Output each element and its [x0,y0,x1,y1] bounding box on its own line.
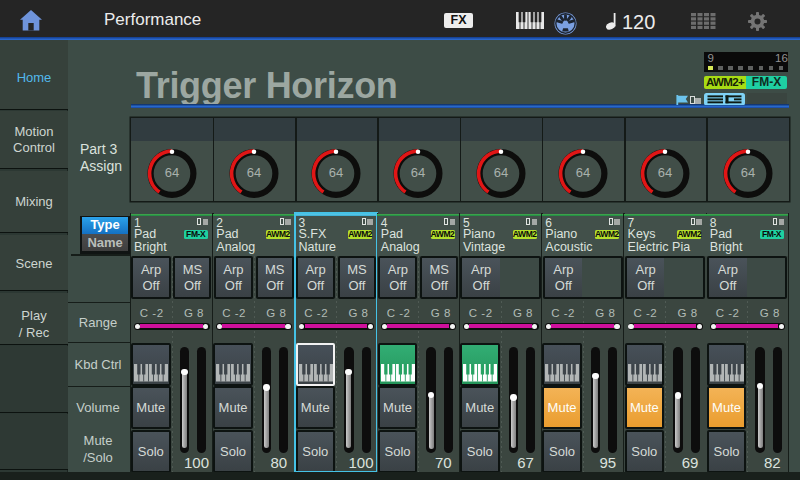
svg-text:64: 64 [411,164,425,179]
svg-text:64: 64 [493,164,507,179]
svg-text:64: 64 [576,164,590,179]
svg-text:64: 64 [329,164,343,179]
svg-text:64: 64 [658,164,672,179]
svg-text:64: 64 [164,164,178,179]
svg-text:64: 64 [247,164,261,179]
svg-text:64: 64 [740,164,754,179]
